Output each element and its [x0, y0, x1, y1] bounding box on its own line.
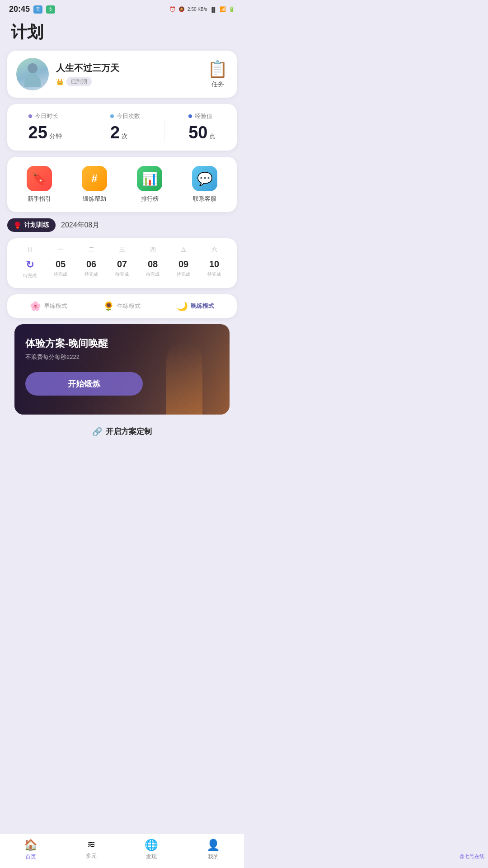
beginner-icon: 🔖: [27, 166, 52, 191]
custom-plan-link[interactable]: 🔗 开启方案定制: [0, 422, 244, 444]
stat-duration-label: 今日时长: [28, 112, 58, 120]
task-emoji-icon: 📋: [207, 60, 228, 79]
cal-date-10[interactable]: 10 待完成: [199, 257, 230, 281]
stat-duration: 今日时长 25 分钟: [28, 112, 62, 142]
menu-item-service[interactable]: 💬 联系客服: [192, 166, 217, 203]
custom-plan-text: 开启方案定制: [106, 426, 152, 437]
stat-exp-value: 50: [188, 123, 207, 142]
ranking-label: 排行榜: [141, 195, 159, 203]
stat-times-unit: 次: [122, 132, 128, 141]
stat-divider-1: [86, 120, 86, 142]
cal-status-today: 待完成: [23, 273, 37, 279]
signal-icon: ▐▌: [210, 7, 217, 12]
stat-exp-label: 经验值: [188, 112, 212, 120]
cal-date-06[interactable]: 06 待完成: [76, 257, 107, 281]
mode-row: 🌸 早练模式 🌻 午练模式 🌙 晚练模式: [7, 294, 237, 318]
plan-tag-emoji: 🥊: [14, 222, 21, 229]
wifi-icon: 📶: [220, 6, 226, 12]
task-button[interactable]: 📋 任务: [207, 60, 228, 89]
cal-num-09: 09: [178, 259, 188, 269]
cal-date-05[interactable]: 05 待完成: [45, 257, 76, 281]
calendar: 日 一 二 三 四 五 六 ↻ 待完成 05 待完成 06 待完成: [7, 238, 237, 288]
noon-emoji-icon: 🌻: [103, 301, 114, 311]
stat-times-label: 今日次数: [110, 112, 140, 120]
ranking-icon: 📊: [137, 166, 162, 191]
avatar: [16, 58, 49, 90]
day-thu: 四: [137, 245, 168, 254]
menu-item-ranking[interactable]: 📊 排行榜: [137, 166, 162, 203]
noon-label: 午练模式: [117, 302, 141, 310]
stats-row: 今日时长 25 分钟 今日次数 2 次 经验值: [16, 112, 228, 142]
cal-num-10: 10: [209, 259, 219, 269]
mode-night[interactable]: 🌙 晚练模式: [177, 301, 214, 311]
cal-num-06: 06: [86, 259, 96, 269]
plan-section: 🥊 计划训练 2024年08月 日 一 二 三 四 五 六 ↻ 待完成 05 待…: [7, 218, 237, 415]
stats-card: 今日时长 25 分钟 今日次数 2 次 经验值: [7, 104, 237, 151]
mute-icon: 🔕: [178, 6, 185, 12]
cal-status-06: 待完成: [84, 271, 98, 278]
cal-date-07[interactable]: 07 待完成: [107, 257, 137, 281]
status-bar: 20:45 天 支 ⏰ 🔕 2.50 KB/s ▐▌ 📶 🔋: [0, 0, 244, 17]
stat-exp: 经验值 50 点: [188, 112, 216, 142]
menu-item-beginner[interactable]: 🔖 新手指引: [27, 166, 52, 203]
service-icon: 💬: [192, 166, 217, 191]
page-title: 计划: [0, 17, 244, 51]
start-exercise-button[interactable]: 开始锻炼: [25, 372, 143, 396]
cal-num-07: 07: [117, 259, 127, 269]
profile-name: 人生不过三万天: [56, 62, 119, 74]
profile-badge: 👑 已到期: [56, 77, 119, 86]
stat-exp-unit: 点: [209, 132, 216, 141]
day-tue: 二: [76, 245, 107, 254]
menu-item-helper[interactable]: # 锻炼帮助: [82, 166, 107, 203]
app-icon-weather: 天: [33, 5, 42, 14]
alarm-icon: ⏰: [169, 6, 176, 12]
night-label: 晚练模式: [191, 302, 214, 310]
plan-tag-label: 计划训练: [24, 221, 49, 229]
network-speed: 2.50 KB/s: [188, 7, 207, 12]
cal-num-08: 08: [148, 259, 158, 269]
night-emoji-icon: 🌙: [177, 301, 188, 311]
status-time: 20:45: [9, 5, 30, 14]
cal-status-08: 待完成: [146, 271, 160, 278]
stat-dot-3: [188, 114, 192, 118]
cal-status-07: 待完成: [115, 271, 129, 278]
helper-icon: #: [82, 166, 107, 191]
banner-subtitle: 不浪费每分每秒2222: [25, 353, 219, 361]
mode-noon[interactable]: 🌻 午练模式: [103, 301, 141, 311]
plan-tag: 🥊 计划训练: [7, 218, 56, 232]
cal-status-09: 待完成: [177, 271, 190, 278]
stat-duration-value: 25: [28, 123, 47, 142]
cal-date-09[interactable]: 09 待完成: [168, 257, 199, 281]
cal-date-08[interactable]: 08 待完成: [137, 257, 168, 281]
cal-status-05: 待完成: [54, 271, 67, 278]
exercise-banner: 体验方案-晚间唤醒 不浪费每分每秒2222 开始锻炼: [14, 324, 230, 415]
profile-left: 人生不过三万天 👑 已到期: [16, 58, 119, 90]
mode-morning[interactable]: 🌸 早练模式: [30, 301, 67, 311]
crown-icon: 👑: [56, 78, 64, 85]
status-right-icons: ⏰ 🔕 2.50 KB/s ▐▌ 📶 🔋: [169, 6, 235, 12]
day-fri: 五: [168, 245, 199, 254]
cal-status-10: 待完成: [207, 271, 221, 278]
link-icon: 🔗: [92, 427, 102, 437]
badge-expired: 已到期: [66, 77, 92, 86]
stat-dot-2: [110, 114, 114, 118]
today-arrow-icon: ↻: [26, 259, 34, 271]
calendar-header: 日 一 二 三 四 五 六: [14, 245, 230, 254]
cal-num-05: 05: [56, 259, 66, 269]
profile-card: 人生不过三万天 👑 已到期 📋 任务: [7, 51, 237, 98]
service-label: 联系客服: [193, 195, 216, 203]
day-wed: 三: [107, 245, 137, 254]
helper-label: 锻炼帮助: [83, 195, 106, 203]
calendar-dates: ↻ 待完成 05 待完成 06 待完成 07 待完成 08 待完成: [14, 257, 230, 281]
beginner-label: 新手指引: [28, 195, 51, 203]
profile-info: 人生不过三万天 👑 已到期: [56, 62, 119, 86]
morning-label: 早练模式: [44, 302, 67, 310]
app-icon-alipay: 支: [46, 5, 55, 14]
day-sat: 六: [199, 245, 230, 254]
cal-date-today[interactable]: ↻ 待完成: [14, 257, 45, 281]
banner-title: 体验方案-晚间唤醒: [25, 337, 219, 350]
stat-times-value: 2: [110, 123, 120, 142]
day-sun: 日: [14, 245, 45, 254]
menu-grid: 🔖 新手指引 # 锻炼帮助 📊 排行榜 💬 联系客服: [12, 166, 232, 203]
battery-icon: 🔋: [229, 6, 235, 12]
